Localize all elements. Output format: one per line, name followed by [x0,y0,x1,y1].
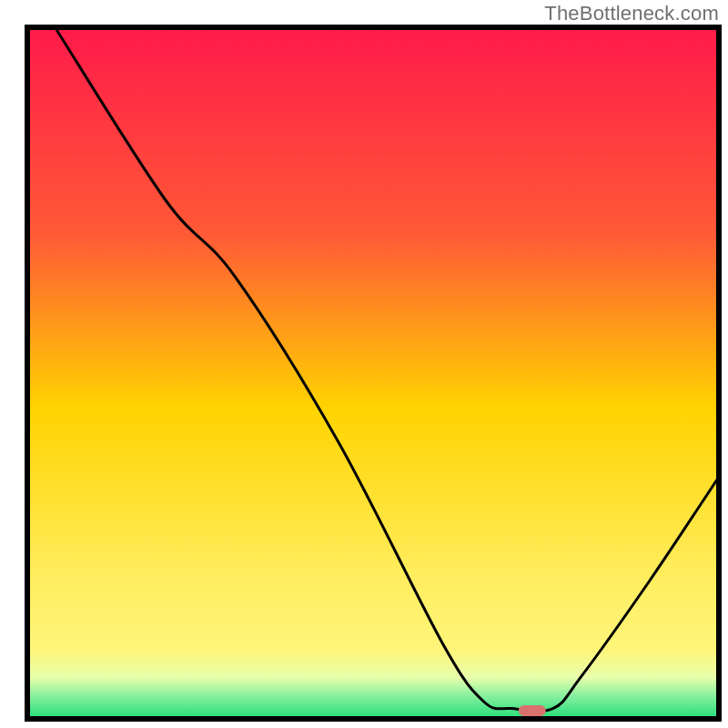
gradient-background [27,27,719,719]
optimum-marker [519,705,546,716]
watermark-text: TheBottleneck.com [544,2,719,25]
bottleneck-chart [0,0,728,728]
chart-container: TheBottleneck.com [0,0,728,728]
